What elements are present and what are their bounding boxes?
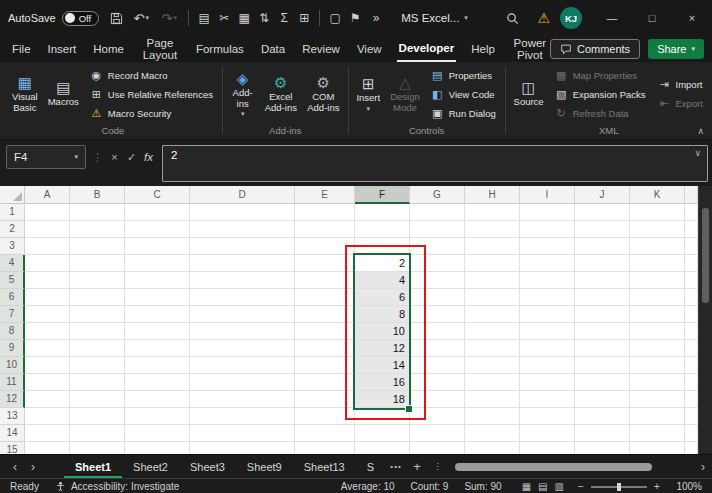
cell-g12[interactable] (410, 391, 465, 408)
menu-tab-page-layout[interactable]: Page Layout (139, 36, 181, 62)
row-header-10[interactable]: 10 (0, 357, 25, 374)
cell-g10[interactable] (410, 357, 465, 374)
minimize-button[interactable]: — (592, 0, 632, 36)
cell-a3[interactable] (25, 238, 70, 255)
cell-h14[interactable] (465, 425, 520, 442)
properties-button[interactable]: ▤Properties (429, 67, 498, 84)
cell-a14[interactable] (25, 425, 70, 442)
cell-i9[interactable] (520, 340, 575, 357)
cell-b6[interactable] (70, 289, 125, 306)
row-header-14[interactable]: 14 (0, 425, 25, 442)
cell-b12[interactable] (70, 391, 125, 408)
menu-tab-help[interactable]: Help (469, 36, 497, 62)
menu-tab-formulas[interactable]: Formulas (194, 36, 246, 62)
cell-b13[interactable] (70, 408, 125, 425)
column-header-i[interactable]: I (520, 186, 575, 204)
cell-g14[interactable] (410, 425, 465, 442)
vertical-scrollbar[interactable] (698, 186, 712, 454)
macro-security-button[interactable]: ⚠Macro Security (88, 105, 215, 122)
use-relative-references-button[interactable]: ⊞Use Relative References (88, 86, 215, 103)
cell-f3[interactable] (355, 238, 410, 255)
cell-f12[interactable]: 18 (355, 391, 410, 408)
cell-j12[interactable] (575, 391, 630, 408)
menu-tab-developer[interactable]: Developer (397, 36, 457, 62)
cell-d14[interactable] (190, 425, 295, 442)
status-sum[interactable]: Sum: 90 (464, 481, 501, 492)
status-count[interactable]: Count: 9 (411, 481, 449, 492)
more-commands-button[interactable]: » (365, 3, 387, 33)
cell-k4[interactable] (630, 255, 685, 272)
cell-i14[interactable] (520, 425, 575, 442)
cell-g13[interactable] (410, 408, 465, 425)
map-properties-button[interactable]: ▦Map Properties (553, 67, 648, 84)
cell-k12[interactable] (630, 391, 685, 408)
row-header-7[interactable]: 7 (0, 306, 25, 323)
cell-j11[interactable] (575, 374, 630, 391)
cell-b8[interactable] (70, 323, 125, 340)
cell-c14[interactable] (125, 425, 190, 442)
cell-h5[interactable] (465, 272, 520, 289)
cell-e5[interactable] (295, 272, 355, 289)
cell-b7[interactable] (70, 306, 125, 323)
cell-i11[interactable] (520, 374, 575, 391)
share-button[interactable]: Share ▾ (648, 39, 704, 59)
cell-b9[interactable] (70, 340, 125, 357)
cell-h12[interactable] (465, 391, 520, 408)
cell-h8[interactable] (465, 323, 520, 340)
cell-c13[interactable] (125, 408, 190, 425)
cell-h13[interactable] (465, 408, 520, 425)
add-ins-button[interactable]: ◈Add-ins▾ (227, 69, 259, 119)
sheet-nav-left-button[interactable]: ‹ (6, 455, 24, 478)
cell-i10[interactable] (520, 357, 575, 374)
cell-j4[interactable] (575, 255, 630, 272)
visual-basic-button[interactable]: ▦Visual Basic (8, 73, 42, 115)
status-average[interactable]: Average: 10 (341, 481, 395, 492)
page-layout-view-icon[interactable]: ▤ (538, 481, 547, 492)
cell-k6[interactable] (630, 289, 685, 306)
cell-e8[interactable] (295, 323, 355, 340)
cell-d1[interactable] (190, 204, 295, 221)
cell-d2[interactable] (190, 221, 295, 238)
cell-i8[interactable] (520, 323, 575, 340)
cell-g2[interactable] (410, 221, 465, 238)
cell-k9[interactable] (630, 340, 685, 357)
cell-e15[interactable] (295, 442, 355, 454)
paste-icon[interactable]: ▤ (194, 3, 214, 33)
cell-f10[interactable]: 14 (355, 357, 410, 374)
refresh-data-button[interactable]: ↻Refresh Data (553, 105, 648, 122)
new-sheet-button[interactable]: + (407, 455, 427, 478)
cell-a8[interactable] (25, 323, 70, 340)
sheet-tab-s[interactable]: S (356, 455, 385, 478)
cell-j3[interactable] (575, 238, 630, 255)
cell-d11[interactable] (190, 374, 295, 391)
cell-e13[interactable] (295, 408, 355, 425)
close-button[interactable]: × (672, 0, 712, 36)
cell-d6[interactable] (190, 289, 295, 306)
cell-a9[interactable] (25, 340, 70, 357)
borders-icon[interactable]: ⊞ (294, 3, 314, 33)
sheet-tab-sheet3[interactable]: Sheet3 (179, 455, 236, 478)
cell-c4[interactable] (125, 255, 190, 272)
cell-d5[interactable] (190, 272, 295, 289)
zoom-out-button[interactable]: − (576, 481, 586, 492)
cell-g15[interactable] (410, 442, 465, 454)
cell-d13[interactable] (190, 408, 295, 425)
cell-b4[interactable] (70, 255, 125, 272)
search-button[interactable] (502, 3, 524, 33)
macros-button[interactable]: ▤Macros (44, 78, 83, 110)
column-header-e[interactable]: E (295, 186, 355, 204)
cell-g1[interactable] (410, 204, 465, 221)
redo-button[interactable]: ↷▾ (155, 3, 183, 33)
cell-b11[interactable] (70, 374, 125, 391)
sheet-menu-button[interactable]: ⋮ (427, 455, 449, 478)
user-avatar[interactable]: KJ (560, 7, 582, 29)
page-break-preview-icon[interactable]: ▥ (555, 481, 564, 492)
cell-e3[interactable] (295, 238, 355, 255)
cell-i7[interactable] (520, 306, 575, 323)
row-header-15[interactable]: 15 (0, 442, 25, 454)
column-header-f[interactable]: F (355, 186, 410, 204)
cell-b1[interactable] (70, 204, 125, 221)
row-header-13[interactable]: 13 (0, 408, 25, 425)
cell-c6[interactable] (125, 289, 190, 306)
menu-tab-file[interactable]: File (10, 36, 33, 62)
